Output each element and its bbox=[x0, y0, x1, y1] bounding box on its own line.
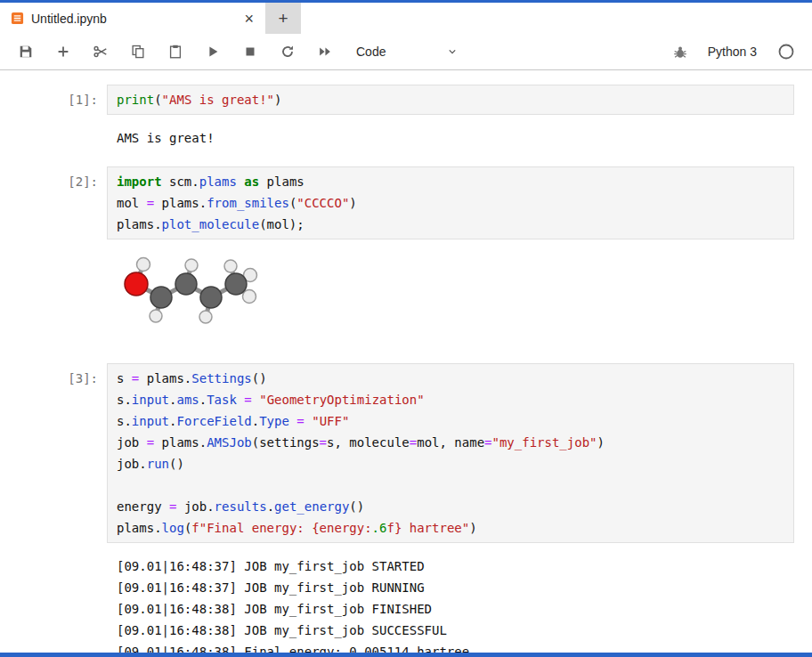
cut-icon bbox=[93, 44, 109, 60]
chevron-down-icon bbox=[445, 45, 459, 59]
code-cell: [1]:print("AMS is great!")AMS is great! bbox=[0, 85, 794, 149]
copy-cells-button[interactable] bbox=[119, 37, 157, 66]
kernel-status-button[interactable] bbox=[767, 37, 805, 66]
restart-and-run-all-button[interactable] bbox=[306, 37, 344, 66]
plus-icon bbox=[55, 44, 71, 60]
restart-kernel-button[interactable] bbox=[269, 37, 306, 66]
bug-icon bbox=[672, 44, 688, 60]
notebook-area: [1]:print("AMS is great!")AMS is great![… bbox=[0, 70, 812, 653]
restart-icon bbox=[280, 44, 296, 60]
cell-output: [09.01|16:48:37] JOB my_first_job STARTE… bbox=[107, 543, 794, 653]
fast-forward-icon bbox=[317, 44, 333, 60]
close-tab-icon[interactable]: × bbox=[241, 11, 256, 27]
cut-cells-button[interactable] bbox=[82, 37, 119, 66]
tabs-container: Untitled.ipynb × + bbox=[0, 3, 301, 34]
stop-icon bbox=[242, 44, 258, 60]
kernel-idle-circle-icon bbox=[777, 43, 795, 61]
paste-cells-button[interactable] bbox=[157, 37, 194, 66]
execution-count: [2]: bbox=[0, 166, 107, 239]
save-icon bbox=[18, 44, 34, 60]
notebook-icon bbox=[11, 12, 24, 25]
paste-icon bbox=[167, 44, 183, 60]
tab-title: Untitled.ipynb bbox=[31, 12, 234, 26]
new-tab-button[interactable]: + bbox=[265, 3, 301, 34]
copy-icon bbox=[130, 44, 146, 60]
code-cell: [3]:s = plams.Settings()s.input.ams.Task… bbox=[0, 363, 794, 653]
molecule-image bbox=[117, 250, 259, 332]
cell-output bbox=[107, 239, 794, 345]
cell-type-dropdown[interactable]: Code bbox=[356, 45, 459, 59]
toolbar-left-group bbox=[7, 37, 344, 66]
execution-count: [1]: bbox=[0, 85, 107, 115]
code-input[interactable]: s = plams.Settings()s.input.ams.Task = "… bbox=[107, 363, 794, 543]
kernel-name[interactable]: Python 3 bbox=[708, 45, 757, 59]
code-input[interactable]: print("AMS is great!") bbox=[107, 85, 794, 115]
cell-output: AMS is great! bbox=[107, 115, 794, 149]
interrupt-kernel-button[interactable] bbox=[231, 37, 269, 66]
output-prompt bbox=[0, 115, 107, 149]
code-cell: [2]:import scm.plams as plamsmol = plams… bbox=[0, 166, 794, 345]
output-prompt bbox=[0, 543, 107, 653]
output-prompt bbox=[0, 239, 107, 345]
run-cell-button[interactable] bbox=[194, 37, 231, 66]
debugger-button[interactable] bbox=[662, 37, 699, 66]
save-button[interactable] bbox=[7, 37, 45, 66]
notebook-toolbar: Code Python 3 bbox=[0, 34, 812, 70]
tab-untitled-notebook[interactable]: Untitled.ipynb × bbox=[0, 3, 265, 34]
run-icon bbox=[205, 44, 221, 60]
insert-cell-below-button[interactable] bbox=[45, 37, 82, 66]
cell-type-value: Code bbox=[356, 45, 404, 59]
tab-bar: Untitled.ipynb × + bbox=[0, 3, 812, 34]
window-bottom-accent bbox=[0, 653, 812, 657]
code-input[interactable]: import scm.plams as plamsmol = plams.fro… bbox=[107, 166, 794, 239]
execution-count: [3]: bbox=[0, 363, 107, 543]
